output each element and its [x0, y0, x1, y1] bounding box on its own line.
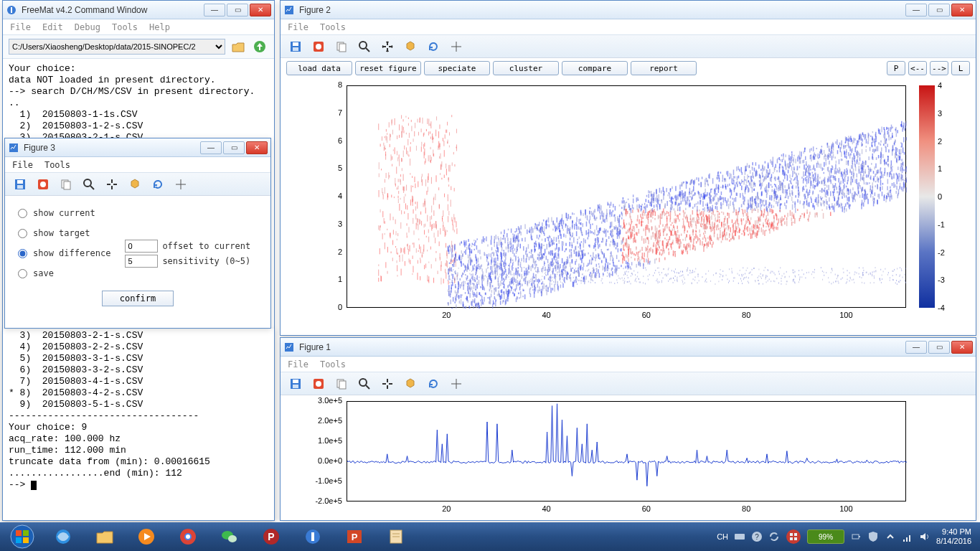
- minimize-button[interactable]: —: [204, 4, 225, 17]
- stop-icon[interactable]: [34, 175, 52, 194]
- cmdwin-titlebar[interactable]: FreeMat v4.2 Command Window — ▭ ✕: [3, 1, 274, 19]
- fig1-plot-area[interactable]: -2.0e+5-1.0e+50.0e+01.0e+52.0e+53.0e+5 2…: [281, 395, 976, 520]
- task-wechat[interactable]: [209, 524, 250, 550]
- save-icon[interactable]: [286, 37, 305, 56]
- radio-save[interactable]: [18, 269, 27, 278]
- menu-tools[interactable]: Tools: [320, 359, 346, 369]
- clock[interactable]: 9:40 PM 8/14/2016: [936, 527, 971, 546]
- sensitivity-input[interactable]: [125, 255, 158, 268]
- task-ie[interactable]: [43, 524, 83, 550]
- taskbar[interactable]: P P CH ? 99% 9:40 PM 8/14/2016: [0, 522, 980, 551]
- save-icon[interactable]: [11, 175, 29, 194]
- minimize-button[interactable]: —: [905, 4, 927, 17]
- volume-icon[interactable]: [919, 531, 930, 542]
- crosshair-icon[interactable]: [447, 375, 466, 393]
- rotate3d-icon[interactable]: [401, 37, 420, 56]
- offset-input[interactable]: [125, 240, 158, 253]
- antivirus-icon[interactable]: [786, 529, 801, 545]
- menu-file[interactable]: File: [10, 22, 31, 32]
- speciate-button[interactable]: speciate: [424, 61, 490, 75]
- menu-debug[interactable]: Debug: [75, 22, 100, 32]
- maximize-button[interactable]: ▭: [928, 4, 950, 17]
- fig2-plot-area[interactable]: 012345678 20406080100 -4-3-2-101234: [281, 78, 976, 335]
- save-icon[interactable]: [286, 375, 305, 393]
- crosshair-icon[interactable]: [447, 37, 466, 56]
- crosshair-icon[interactable]: [171, 175, 190, 194]
- stop-icon[interactable]: [309, 375, 328, 393]
- copy-icon[interactable]: [57, 175, 75, 194]
- copy-icon[interactable]: [332, 375, 351, 393]
- pan-icon[interactable]: [378, 375, 397, 393]
- path-select[interactable]: C:/Users/Xiaosheng/Desktop/data/2015-SIN…: [9, 39, 225, 55]
- pan-icon[interactable]: [103, 175, 121, 194]
- chevron-up-icon[interactable]: [885, 531, 896, 542]
- task-chrome[interactable]: [168, 524, 208, 550]
- keyboard-icon[interactable]: [734, 531, 745, 542]
- reset-icon[interactable]: [149, 175, 167, 194]
- menu-file[interactable]: File: [12, 160, 33, 170]
- nav-l-button[interactable]: L: [951, 61, 970, 75]
- maximize-button[interactable]: ▭: [227, 4, 248, 17]
- go-up-icon[interactable]: [251, 38, 268, 55]
- svg-rect-2885: [848, 152, 849, 156]
- power-icon[interactable]: [850, 531, 862, 542]
- battery-indicator[interactable]: 99%: [807, 529, 844, 544]
- nav-prev-button[interactable]: <--: [908, 61, 927, 75]
- start-button[interactable]: [3, 524, 42, 550]
- task-powerpoint[interactable]: P: [334, 524, 374, 550]
- zoom-icon[interactable]: [355, 375, 374, 393]
- pan-icon[interactable]: [378, 37, 397, 56]
- console-output-bottom[interactable]: 3) 20150803-2-1-s.CSV 4) 20150803-2-2-s.…: [3, 329, 274, 520]
- menu-file[interactable]: File: [288, 22, 308, 32]
- menu-tools[interactable]: Tools: [320, 22, 346, 32]
- fig1-titlebar[interactable]: Figure 1 — ▭ ✕: [281, 338, 976, 357]
- svg-rect-4071: [657, 281, 658, 282]
- rotate3d-icon[interactable]: [401, 375, 420, 393]
- menu-help[interactable]: Help: [149, 22, 170, 32]
- task-app-p[interactable]: P: [251, 524, 291, 550]
- menu-tools[interactable]: Tools: [112, 22, 138, 32]
- task-media[interactable]: [126, 524, 166, 550]
- network-icon[interactable]: [902, 531, 913, 542]
- task-explorer[interactable]: [85, 524, 125, 550]
- help-icon[interactable]: ?: [751, 531, 763, 542]
- menu-edit[interactable]: Edit: [42, 22, 63, 32]
- folder-up-icon[interactable]: [230, 38, 247, 55]
- reset-icon[interactable]: [424, 375, 443, 393]
- radio-show-current[interactable]: [18, 209, 27, 218]
- maximize-button[interactable]: ▭: [223, 141, 245, 154]
- cluster-button[interactable]: cluster: [493, 61, 559, 75]
- lang-indicator[interactable]: CH: [717, 532, 728, 541]
- shield-icon[interactable]: [867, 531, 879, 542]
- compare-button[interactable]: compare: [562, 61, 628, 75]
- zoom-icon[interactable]: [80, 175, 98, 194]
- minimize-button[interactable]: —: [200, 141, 222, 154]
- sync-icon[interactable]: [768, 531, 780, 542]
- reset-figure-button[interactable]: reset figure: [355, 61, 421, 75]
- close-button[interactable]: ✕: [951, 4, 973, 17]
- close-button[interactable]: ✕: [951, 341, 973, 354]
- fig2-titlebar[interactable]: Figure 2 — ▭ ✕: [281, 1, 976, 19]
- close-button[interactable]: ✕: [250, 4, 271, 17]
- nav-next-button[interactable]: -->: [930, 61, 948, 75]
- copy-icon[interactable]: [332, 37, 351, 56]
- radio-show-target[interactable]: [18, 229, 27, 238]
- fig3-titlebar[interactable]: Figure 3 — ▭ ✕: [5, 138, 270, 157]
- task-notes[interactable]: [376, 524, 416, 550]
- task-freemat[interactable]: [293, 524, 333, 550]
- reset-icon[interactable]: [424, 37, 443, 56]
- menu-file[interactable]: File: [288, 359, 308, 369]
- maximize-button[interactable]: ▭: [928, 341, 950, 354]
- close-button[interactable]: ✕: [246, 141, 268, 154]
- confirm-button[interactable]: confirm: [102, 291, 174, 306]
- svg-rect-2001: [522, 284, 523, 286]
- report-button[interactable]: report: [631, 61, 697, 75]
- minimize-button[interactable]: —: [905, 341, 927, 354]
- load-data-button[interactable]: load data: [286, 61, 352, 75]
- menu-tools[interactable]: Tools: [44, 160, 70, 170]
- stop-icon[interactable]: [309, 37, 328, 56]
- zoom-icon[interactable]: [355, 37, 374, 56]
- nav-p-button[interactable]: P: [887, 61, 905, 75]
- radio-show-difference[interactable]: [18, 249, 27, 258]
- rotate3d-icon[interactable]: [126, 175, 144, 194]
